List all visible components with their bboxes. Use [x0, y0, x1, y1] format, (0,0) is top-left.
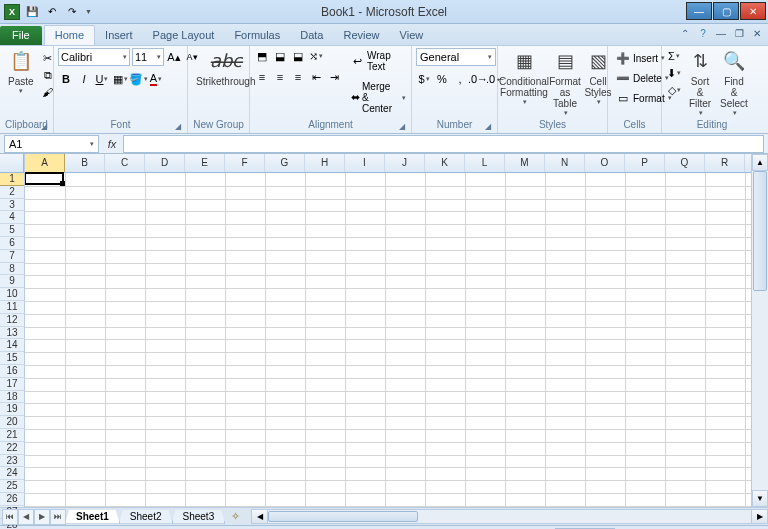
column-header-L[interactable]: L — [465, 154, 505, 172]
workbook-close-icon[interactable]: ✕ — [750, 26, 764, 40]
row-header-2[interactable]: 2 — [0, 186, 24, 199]
scroll-down-icon[interactable]: ▼ — [752, 490, 768, 507]
row-header-8[interactable]: 8 — [0, 263, 24, 276]
column-header-A[interactable]: A — [25, 154, 65, 172]
name-box[interactable]: A1▾ — [4, 135, 99, 153]
decrease-indent-button[interactable]: ⇤ — [308, 69, 324, 85]
tab-home[interactable]: Home — [44, 25, 95, 45]
fill-handle[interactable] — [60, 181, 65, 186]
sheet-tab-2[interactable]: Sheet2 — [119, 510, 173, 524]
column-header-M[interactable]: M — [505, 154, 545, 172]
close-button[interactable]: ✕ — [740, 2, 766, 20]
row-header-5[interactable]: 5 — [0, 224, 24, 237]
clipboard-launcher-icon[interactable]: ◢ — [39, 122, 49, 132]
comma-button[interactable]: , — [452, 71, 468, 87]
conditional-formatting-button[interactable]: ▦Conditional Formatting▾ — [502, 48, 546, 108]
qat-save-button[interactable]: 💾 — [24, 4, 40, 20]
tab-insert[interactable]: Insert — [95, 26, 143, 45]
tab-data[interactable]: Data — [290, 26, 333, 45]
scroll-right-icon[interactable]: ▶ — [751, 509, 768, 524]
sort-filter-button[interactable]: ⇅Sort & Filter▾ — [684, 48, 716, 119]
row-header-17[interactable]: 17 — [0, 378, 24, 391]
selected-cell[interactable] — [25, 172, 64, 185]
font-color-button[interactable]: A▾ — [148, 71, 164, 87]
font-size-combo[interactable]: 11▾ — [132, 48, 164, 66]
hscroll-thumb[interactable] — [268, 511, 418, 522]
underline-button[interactable]: U▾ — [94, 71, 110, 87]
align-center-button[interactable]: ≡ — [272, 69, 288, 85]
maximize-button[interactable]: ▢ — [713, 2, 739, 20]
row-header-16[interactable]: 16 — [0, 365, 24, 378]
sheet-tab-1[interactable]: Sheet1 — [65, 510, 120, 524]
tab-nav-first-icon[interactable]: ⏮ — [2, 509, 18, 525]
tab-page-layout[interactable]: Page Layout — [143, 26, 225, 45]
row-header-24[interactable]: 24 — [0, 467, 24, 480]
row-header-4[interactable]: 4 — [0, 211, 24, 224]
row-header-12[interactable]: 12 — [0, 314, 24, 327]
tab-view[interactable]: View — [390, 26, 434, 45]
minimize-ribbon-icon[interactable]: ⌃ — [678, 26, 692, 40]
row-header-22[interactable]: 22 — [0, 442, 24, 455]
column-header-I[interactable]: I — [345, 154, 385, 172]
autosum-button[interactable]: Σ▾ — [666, 48, 682, 64]
format-as-table-button[interactable]: ▤Format as Table▾ — [548, 48, 582, 119]
fx-button[interactable]: fx — [103, 135, 121, 153]
column-header-B[interactable]: B — [65, 154, 105, 172]
qat-undo-button[interactable]: ↶ — [44, 4, 60, 20]
align-bottom-button[interactable]: ⬓ — [290, 48, 306, 64]
column-header-P[interactable]: P — [625, 154, 665, 172]
row-header-3[interactable]: 3 — [0, 199, 24, 212]
new-sheet-button[interactable]: ✧ — [225, 510, 245, 523]
workbook-restore-icon[interactable]: ❐ — [732, 26, 746, 40]
row-header-23[interactable]: 23 — [0, 455, 24, 468]
clear-button[interactable]: ◇▾ — [666, 82, 682, 98]
row-header-25[interactable]: 25 — [0, 480, 24, 493]
column-header-K[interactable]: K — [425, 154, 465, 172]
scroll-left-icon[interactable]: ◀ — [251, 509, 268, 524]
italic-button[interactable]: I — [76, 71, 92, 87]
qat-redo-button[interactable]: ↷ — [64, 4, 80, 20]
workbook-minimize-icon[interactable]: — — [714, 26, 728, 40]
column-header-N[interactable]: N — [545, 154, 585, 172]
sheet-tab-3[interactable]: Sheet3 — [172, 510, 226, 524]
number-format-combo[interactable]: General▾ — [416, 48, 496, 66]
row-header-1[interactable]: 1 — [0, 173, 24, 186]
column-header-O[interactable]: O — [585, 154, 625, 172]
row-header-18[interactable]: 18 — [0, 391, 24, 404]
tab-nav-last-icon[interactable]: ⏭ — [50, 509, 66, 525]
merge-center-button[interactable]: ⬌Merge & Center▾ — [348, 79, 409, 116]
select-all-corner[interactable] — [0, 154, 24, 173]
tab-file[interactable]: File — [0, 26, 42, 45]
formula-input[interactable] — [123, 135, 764, 153]
align-middle-button[interactable]: ⬓ — [272, 48, 288, 64]
row-header-14[interactable]: 14 — [0, 339, 24, 352]
wrap-text-button[interactable]: ↩Wrap Text — [348, 48, 409, 74]
bold-button[interactable]: B — [58, 71, 74, 87]
border-button[interactable]: ▦▾ — [112, 71, 128, 87]
column-header-Q[interactable]: Q — [665, 154, 705, 172]
row-header-6[interactable]: 6 — [0, 237, 24, 250]
vertical-scrollbar[interactable]: ▲ ▼ — [751, 154, 768, 507]
row-header-15[interactable]: 15 — [0, 352, 24, 365]
alignment-launcher-icon[interactable]: ◢ — [397, 122, 407, 132]
help-icon[interactable]: ? — [696, 26, 710, 40]
font-name-combo[interactable]: Calibri▾ — [58, 48, 130, 66]
row-header-7[interactable]: 7 — [0, 250, 24, 263]
qat-customize-icon[interactable]: ▼ — [85, 8, 92, 15]
tab-nav-prev-icon[interactable]: ◀ — [18, 509, 34, 525]
column-header-J[interactable]: J — [385, 154, 425, 172]
font-launcher-icon[interactable]: ◢ — [173, 122, 183, 132]
increase-indent-button[interactable]: ⇥ — [326, 69, 342, 85]
scroll-up-icon[interactable]: ▲ — [752, 154, 768, 171]
orientation-button[interactable]: ⤭▾ — [308, 48, 324, 64]
column-header-E[interactable]: E — [185, 154, 225, 172]
column-header-C[interactable]: C — [105, 154, 145, 172]
increase-decimal-button[interactable]: .0→ — [470, 71, 486, 87]
tab-review[interactable]: Review — [333, 26, 389, 45]
find-select-button[interactable]: 🔍Find & Select▾ — [718, 48, 750, 119]
column-header-G[interactable]: G — [265, 154, 305, 172]
tab-nav-next-icon[interactable]: ▶ — [34, 509, 50, 525]
accounting-button[interactable]: $▾ — [416, 71, 432, 87]
fill-button[interactable]: ⬇▾ — [666, 65, 682, 81]
percent-button[interactable]: % — [434, 71, 450, 87]
